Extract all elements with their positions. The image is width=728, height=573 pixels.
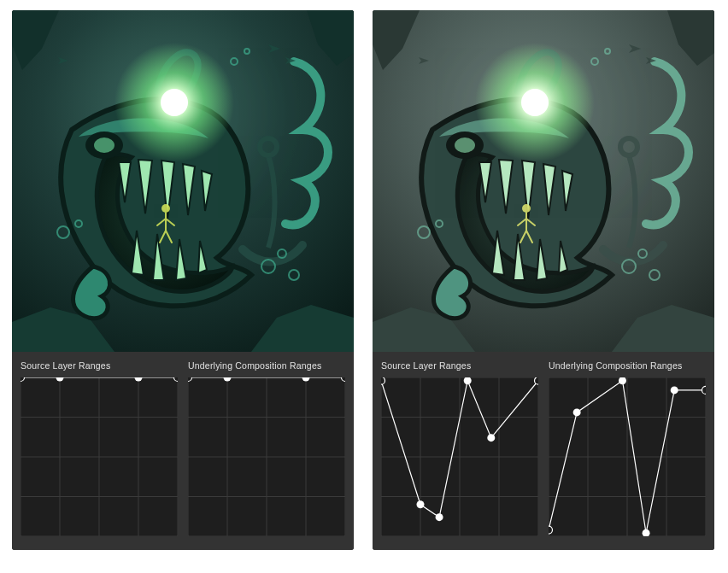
svg-point-46 (521, 89, 549, 116)
curve-handle[interactable] (381, 377, 385, 384)
underlying-composition-ranges-graph[interactable] (188, 377, 345, 536)
underlying-composition-ranges-graph[interactable] (549, 377, 706, 536)
panel-left: Source Layer Ranges Underlying Compositi… (12, 10, 354, 550)
curve-handle[interactable] (342, 377, 346, 382)
underlying-composition-ranges-label: Underlying Composition Ranges (549, 360, 706, 371)
range-graph-svg[interactable] (188, 377, 345, 536)
curve-handle[interactable] (302, 377, 310, 382)
artwork-preview-right (373, 10, 714, 352)
curve-handle[interactable] (535, 377, 539, 384)
curve-handle[interactable] (671, 386, 678, 394)
comparison-view: Source Layer Ranges Underlying Compositi… (0, 0, 728, 560)
curve-handle[interactable] (464, 377, 472, 384)
curve-handle[interactable] (135, 377, 143, 382)
source-layer-ranges-label: Source Layer Ranges (21, 360, 178, 371)
blend-range-controls-left: Source Layer Ranges Underlying Compositi… (12, 352, 354, 550)
svg-point-37 (455, 137, 475, 153)
curve-handle[interactable] (436, 513, 443, 521)
curve-handle[interactable] (56, 377, 64, 382)
artwork-preview-left (12, 10, 354, 352)
curve-handle[interactable] (702, 386, 707, 394)
svg-point-3 (94, 137, 114, 153)
source-layer-ranges-block: Source Layer Ranges (21, 360, 178, 536)
range-graph-svg[interactable] (549, 377, 706, 536)
curve-handle[interactable] (643, 529, 650, 536)
anglerfish-svg (12, 10, 354, 352)
curve-handle[interactable] (417, 500, 425, 508)
blend-range-controls-right: Source Layer Ranges Underlying Compositi… (373, 352, 714, 550)
curve-handle[interactable] (21, 377, 25, 382)
curve-handle[interactable] (188, 377, 192, 382)
curve-handle[interactable] (549, 526, 553, 534)
source-layer-ranges-label: Source Layer Ranges (381, 360, 538, 371)
curve-handle[interactable] (573, 408, 581, 416)
anglerfish-svg (373, 10, 714, 352)
svg-point-13 (161, 204, 170, 213)
source-layer-ranges-graph[interactable] (21, 377, 178, 536)
underlying-composition-ranges-block: Underlying Composition Ranges (549, 360, 706, 536)
svg-point-47 (522, 204, 531, 213)
range-graph-svg[interactable] (381, 377, 538, 536)
underlying-composition-ranges-block: Underlying Composition Ranges (188, 360, 345, 536)
source-layer-ranges-block: Source Layer Ranges (381, 360, 538, 536)
range-graph-svg[interactable] (21, 377, 178, 536)
panel-right: Source Layer Ranges Underlying Compositi… (373, 10, 714, 550)
curve-handle[interactable] (619, 377, 626, 384)
curve-handle[interactable] (174, 377, 179, 382)
source-layer-ranges-graph[interactable] (381, 377, 538, 536)
svg-point-12 (161, 89, 188, 116)
underlying-composition-ranges-label: Underlying Composition Ranges (188, 360, 345, 371)
curve-handle[interactable] (487, 434, 495, 441)
curve-handle[interactable] (224, 377, 232, 382)
